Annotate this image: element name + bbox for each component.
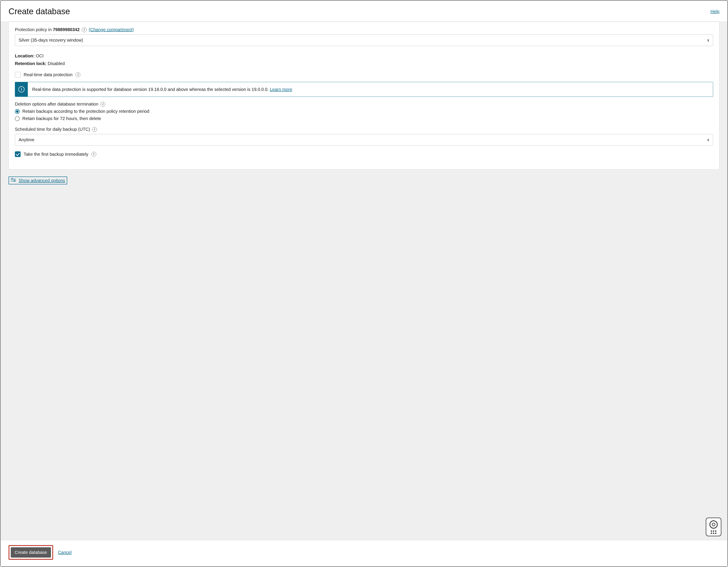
- realtime-info-banner: i Real-time data protection is supported…: [15, 82, 713, 97]
- banner-icon-col: i: [15, 82, 28, 97]
- select-arrows-icon: ▲▼: [707, 39, 709, 42]
- realtime-protection-label: Real-time data protection: [24, 72, 72, 77]
- protection-policy-label: Protection policy in 79889980342 i (Chan…: [15, 27, 713, 32]
- scheduled-time-select[interactable]: Anytime ▲▼: [15, 134, 713, 146]
- learn-more-link[interactable]: Learn more: [270, 87, 292, 92]
- location-label: Location:: [15, 53, 35, 58]
- retention-lock-value: Disabled: [48, 61, 65, 66]
- retention-lock-row: Retention lock: Disabled: [15, 61, 713, 66]
- help-link[interactable]: Help: [710, 9, 719, 14]
- footer-bar: Create database Cancel: [1, 540, 727, 566]
- scheduled-time-value: Anytime: [19, 137, 34, 142]
- cancel-link[interactable]: Cancel: [58, 550, 72, 555]
- first-backup-label: Take the first backup immediately: [24, 152, 88, 157]
- info-icon[interactable]: i: [75, 72, 80, 77]
- advanced-options-link[interactable]: Show advanced options: [19, 178, 65, 183]
- protection-policy-value: Silver (35-days recovery window): [19, 38, 83, 43]
- floating-help-widget[interactable]: [706, 518, 721, 536]
- protection-label-prefix: Protection policy in: [15, 27, 53, 32]
- deletion-option-1-label: Retain backups according to the protecti…: [22, 109, 149, 114]
- deletion-option-2-label: Retain backups for 72 hours, then delete: [22, 116, 101, 121]
- sliders-icon: [11, 178, 16, 183]
- create-database-button[interactable]: Create database: [11, 547, 51, 558]
- first-backup-checkbox[interactable]: [15, 151, 21, 157]
- info-icon[interactable]: i: [91, 152, 96, 156]
- change-compartment-link[interactable]: (Change compartment): [89, 27, 134, 32]
- info-icon[interactable]: i: [92, 127, 97, 132]
- info-banner-icon: i: [18, 86, 25, 92]
- schedule-label-text: Scheduled time for daily backup (UTC): [15, 127, 90, 132]
- location-row: Location: OCI: [15, 53, 713, 58]
- deletion-option-72h-radio[interactable]: [15, 116, 20, 121]
- location-value: OCI: [36, 53, 44, 58]
- lifebuoy-icon: [709, 520, 718, 529]
- retention-lock-label: Retention lock:: [15, 61, 46, 66]
- show-advanced-options[interactable]: Show advanced options: [9, 176, 67, 184]
- select-arrows-icon: ▲▼: [707, 138, 709, 141]
- create-button-highlight: Create database: [9, 545, 53, 560]
- realtime-protection-checkbox[interactable]: [15, 72, 21, 77]
- page-title: Create database: [9, 7, 70, 16]
- deletion-option-retain-policy-radio[interactable]: [15, 109, 20, 114]
- grid-icon: [711, 530, 716, 534]
- info-icon[interactable]: i: [100, 102, 105, 107]
- compartment-id: 79889980342: [53, 27, 79, 32]
- backup-settings-card: Protection policy in 79889980342 i (Chan…: [9, 22, 719, 169]
- info-icon[interactable]: i: [82, 27, 87, 32]
- banner-text: Real-time data protection is supported f…: [32, 87, 270, 92]
- protection-policy-select[interactable]: Silver (35-days recovery window) ▲▼: [15, 34, 713, 46]
- deletion-heading-text: Deletion options after database terminat…: [15, 102, 98, 107]
- scheduled-time-label: Scheduled time for daily backup (UTC) i: [15, 127, 713, 132]
- deletion-options-heading: Deletion options after database terminat…: [15, 102, 713, 107]
